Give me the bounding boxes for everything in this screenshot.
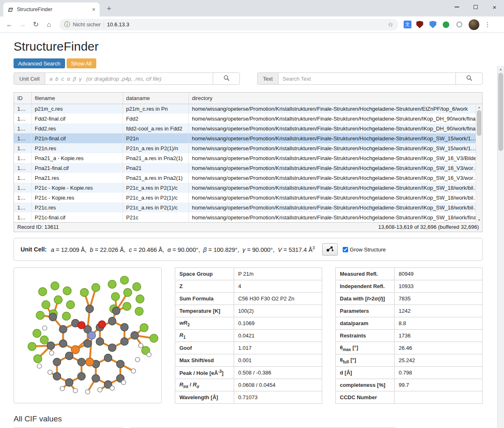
cell-directory[interactable]: home/wissang/opeterse/Promotion/Kristall… <box>188 183 482 193</box>
cell-dataname[interactable]: p21m_c.res in Pn <box>123 104 188 114</box>
cell-filename[interactable]: p21m_c.res <box>31 104 123 114</box>
table-row[interactable]: 13619P21c-final.cifP21chome/wissang/opet… <box>14 212 482 222</box>
cell-directory[interactable]: home/wissang/opeterse/Promotion/Kristall… <box>188 143 482 153</box>
cell-directory[interactable]: home/wissang/opeterse/Promotion/Kristall… <box>188 123 482 133</box>
text-search-input[interactable] <box>279 72 456 85</box>
page-scrollbar[interactable]: ▲ ▼ <box>497 66 504 428</box>
text-search-button[interactable] <box>455 72 483 85</box>
cell-id[interactable]: 13611 <box>14 133 31 143</box>
scroll-down-arrow[interactable]: ▼ <box>476 217 482 223</box>
cell-directory[interactable]: home/wissang/opeterse/Promotion/Kristall… <box>188 173 482 183</box>
cell-dataname[interactable]: P21n <box>123 133 188 143</box>
cell-dataname[interactable]: P21c <box>123 212 188 222</box>
cell-filename[interactable]: P21c.res <box>31 202 123 212</box>
page-scroll-up-arrow[interactable]: ▲ <box>497 66 504 72</box>
cell-dataname[interactable]: Pna21 <box>123 163 188 173</box>
cell-directory[interactable]: home/wissang/opeterse/Promotion/Kristall… <box>188 212 482 222</box>
table-row[interactable]: 13613Pna21_a - Kopie.resPna21_a.res in P… <box>14 153 482 163</box>
cell-id[interactable]: 13614 <box>14 163 31 173</box>
table-row[interactable]: 13610Fdd2.resfdd2-cool_a.res in Fdd2home… <box>14 123 482 133</box>
table-scrollbar-thumb[interactable] <box>477 110 481 136</box>
new-tab-button[interactable]: + <box>104 3 114 14</box>
table-row[interactable]: 13618P21c.resP21c_a.res in P2(1)/chome/w… <box>14 202 482 212</box>
table-row[interactable]: 13616P21c - Kopie - Kopie.resP21c_a.res … <box>14 183 482 193</box>
table-row[interactable]: 13614Pna21-final.cifPna21home/wissang/op… <box>14 163 482 173</box>
cell-filename[interactable]: Pna21-final.cif <box>31 163 123 173</box>
home-button[interactable]: ⌂ <box>43 19 55 31</box>
grow-structure-checkbox[interactable] <box>343 247 348 252</box>
cell-filename[interactable]: P21n.res <box>31 143 123 153</box>
cell-dataname[interactable]: P21c_a.res in P2(1)/c <box>123 183 188 193</box>
page-scrollbar-thumb[interactable] <box>498 73 503 151</box>
cell-directory[interactable]: home/wissang/opeterse/Promotion/Kristall… <box>188 104 482 114</box>
grow-structure-control[interactable]: Grow Structure <box>343 247 386 253</box>
reload-button[interactable]: ↻ <box>30 19 42 31</box>
ublock-extension-icon[interactable] <box>416 21 423 28</box>
unit-cell-search-input[interactable] <box>45 72 213 85</box>
table-row[interactable]: 13612P21n.resP21n_a.res in P2(1)/nhome/w… <box>14 143 482 153</box>
table-row[interactable]: 13608p21m_c.resp21m_c.res in Pnhome/wiss… <box>14 104 482 114</box>
cell-id[interactable]: 13612 <box>14 143 31 153</box>
cell-id[interactable]: 13610 <box>14 123 31 133</box>
cell-id[interactable]: 13609 <box>14 114 31 123</box>
table-row[interactable]: 13609Fdd2-final.cifFdd2home/wissang/opet… <box>14 114 482 123</box>
cell-filename[interactable]: P21c-final.cif <box>31 212 123 222</box>
window-maximize-button[interactable] <box>466 0 485 14</box>
window-close-button[interactable]: × <box>485 0 504 14</box>
gray-ring-extension-icon[interactable] <box>456 21 462 28</box>
window-minimize-button[interactable] <box>447 0 466 14</box>
cell-id[interactable]: 13608 <box>14 104 31 114</box>
browser-menu-icon[interactable]: ⋮ <box>483 20 492 30</box>
structure-viewer[interactable] <box>14 268 162 403</box>
cell-directory[interactable]: home/wissang/opeterse/Promotion/Kristall… <box>188 193 482 202</box>
tab-close-icon[interactable]: × <box>92 7 95 12</box>
table-row[interactable]: 13617P21c - Kopie.resP21c_a.res in P2(1)… <box>14 193 482 202</box>
profile-avatar[interactable] <box>469 19 479 30</box>
cell-dataname[interactable]: Pna21_a.res in Pna2(1) <box>123 173 188 183</box>
cell-id[interactable]: 13616 <box>14 183 31 193</box>
advanced-search-button[interactable]: Advanced Search <box>14 58 65 68</box>
cell-id[interactable]: 13615 <box>14 173 31 183</box>
cell-dataname[interactable]: P21c_a.res in P2(1)/c <box>123 202 188 212</box>
table-row[interactable]: 13615Pna21.resPna21_a.res in Pna2(1)home… <box>14 173 482 183</box>
cell-id[interactable]: 13619 <box>14 212 31 222</box>
column-header-directory[interactable]: directory <box>188 93 482 104</box>
column-header-id[interactable]: ID <box>14 93 31 104</box>
cell-id[interactable]: 13618 <box>14 202 31 212</box>
cell-dataname[interactable]: fdd2-cool_a.res in Fdd2 <box>123 123 188 133</box>
cell-filename[interactable]: Fdd2-final.cif <box>31 114 123 123</box>
cell-filename[interactable]: P21c - Kopie.res <box>31 193 123 202</box>
cell-dataname[interactable]: P21c_a.res in P2(1)/c <box>123 193 188 202</box>
address-bar[interactable]: ⓘ Nicht sicher 10.6.13.3 ☆ <box>59 19 398 30</box>
cell-dataname[interactable]: Fdd2 <box>123 114 188 123</box>
browser-tab[interactable]: StructureFinder × <box>3 2 100 16</box>
cell-filename[interactable]: Fdd2.res <box>31 123 123 133</box>
cell-directory[interactable]: home/wissang/opeterse/Promotion/Kristall… <box>188 163 482 173</box>
cell-dataname[interactable]: Pna21_a.res in Pna2(1) <box>123 153 188 163</box>
cell-filename[interactable]: Pna21.res <box>31 173 123 183</box>
cell-dataname[interactable]: P21n_a.res in P2(1)/n <box>123 143 188 153</box>
cell-directory[interactable]: home/wissang/opeterse/Promotion/Kristall… <box>188 114 482 123</box>
cell-id[interactable]: 13613 <box>14 153 31 163</box>
cell-id[interactable]: 13617 <box>14 193 31 202</box>
column-header-filename[interactable]: filename <box>31 93 123 104</box>
column-header-dataname[interactable]: dataname <box>123 93 188 104</box>
unit-cell-search-button[interactable] <box>213 72 240 85</box>
back-button[interactable]: ← <box>3 19 16 31</box>
forward-button[interactable]: → <box>16 19 29 31</box>
open-structure-button[interactable] <box>322 243 338 256</box>
table-row[interactable]: 13611P21n-final.cifP21nhome/wissang/opet… <box>14 133 482 143</box>
green-dot-extension-icon[interactable] <box>443 21 449 28</box>
bookmark-star-icon[interactable]: ☆ <box>388 21 393 28</box>
cell-filename[interactable]: P21n-final.cif <box>31 133 123 143</box>
cell-directory[interactable]: home/wissang/opeterse/Promotion/Kristall… <box>188 153 482 163</box>
table-scrollbar[interactable]: ▲ ▼ <box>476 104 482 223</box>
cell-filename[interactable]: P21c - Kopie - Kopie.res <box>31 183 123 193</box>
cell-filename[interactable]: Pna21_a - Kopie.res <box>31 153 123 163</box>
blue-shield-extension-icon[interactable] <box>430 21 437 28</box>
cell-directory[interactable]: home/wissang/opeterse/Promotion/Kristall… <box>188 202 482 212</box>
translate-extension-icon[interactable]: 文 <box>404 21 411 28</box>
cell-directory[interactable]: home/wissang/opeterse/Promotion/Kristall… <box>188 133 482 143</box>
info-icon[interactable]: ⓘ <box>64 21 70 28</box>
scroll-up-arrow[interactable]: ▲ <box>476 104 482 110</box>
